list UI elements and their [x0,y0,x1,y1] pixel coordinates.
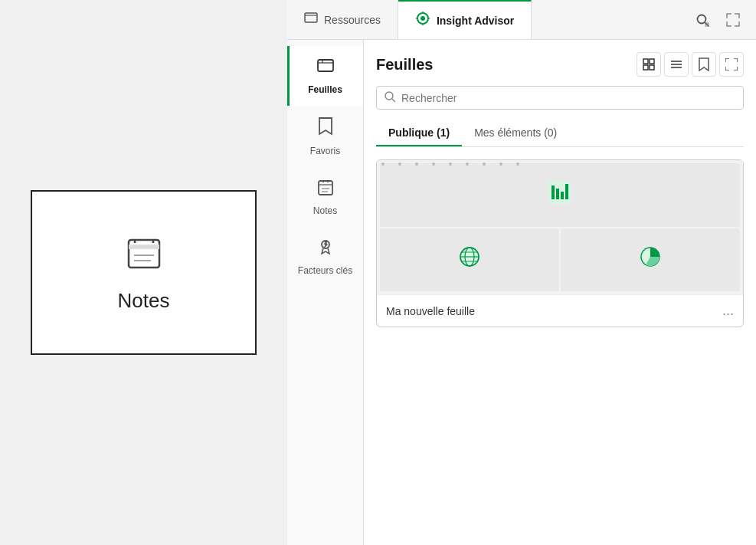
sheet-name: Ma nouvelle feuille [386,305,475,317]
svg-rect-0 [129,240,159,268]
search-input[interactable] [401,92,735,104]
expand-tab-button[interactable] [719,6,747,34]
svg-rect-17 [318,60,333,71]
svg-rect-40 [556,189,559,199]
favoris-icon [317,117,334,141]
tabs-bar: Ressources Insight Advisor [287,0,756,40]
thumb-top [380,163,740,227]
svg-rect-32 [650,65,654,70]
sidebar-notes-label: Notes [313,205,337,216]
ruler-dot [499,163,502,166]
pie-chart-icon [639,245,662,274]
ruler-dot [466,163,469,166]
ressources-icon [304,11,318,28]
thumb-bottom-left [380,228,559,292]
notes-card-label: Notes [118,289,170,313]
sheet-thumbnail [377,160,743,294]
thumb-bottom [380,228,740,292]
ruler-dot [483,163,486,166]
tab-insight-advisor-label: Insight Advisor [437,15,514,27]
insight-advisor-icon [415,11,430,30]
sheet-more-button[interactable]: ... [722,303,734,319]
svg-point-14 [698,15,706,23]
svg-rect-41 [561,192,564,199]
tab-right-icons [689,0,756,39]
search-icon [385,91,395,104]
notes-icon [316,178,335,201]
notes-card-icon [124,232,164,278]
sheet-card[interactable]: Ma nouvelle feuille ... [376,159,744,327]
svg-rect-20 [319,181,332,195]
sidebar-favoris-label: Favoris [310,146,340,156]
search-box[interactable] [376,86,744,110]
ruler-dot [415,163,418,166]
svg-rect-31 [643,65,648,70]
ruler-line [377,160,743,168]
sidebar-item-facteurs[interactable]: Facteurs clés [287,227,363,287]
ruler-dot [381,163,385,166]
bookmark-panel-button[interactable] [692,52,716,77]
tab-ressources-label: Ressources [324,14,381,26]
svg-line-37 [392,99,395,102]
search-tab-button[interactable] [689,6,716,34]
sidebar-item-notes[interactable]: Notes [287,167,363,227]
panel-header: Feuilles [376,52,744,77]
list-view-button[interactable] [664,52,689,77]
ruler-dot [432,163,435,166]
panel-title: Feuilles [376,56,433,74]
sheet-footer: Ma nouvelle feuille ... [377,294,743,327]
panel-header-icons [637,52,744,77]
svg-point-9 [421,16,425,21]
sidebar-nav: Feuilles Favoris [287,40,364,545]
sub-tab-publique[interactable]: Publique (1) [376,120,462,146]
sidebar-facteurs-label: Facteurs clés [298,265,352,276]
left-area: Notes [0,0,287,545]
sub-tabs: Publique (1) Mes éléments (0) [376,120,744,147]
ruler-dot [516,163,519,166]
grid-chart-icon [547,179,573,211]
sidebar-item-feuilles[interactable]: Feuilles [287,46,363,106]
thumb-bottom-right [561,228,740,292]
svg-point-36 [385,92,393,100]
sub-tab-mes-elements[interactable]: Mes éléments (0) [462,120,569,146]
sidebar-item-favoris[interactable]: Favoris [287,106,363,167]
feuilles-icon [316,57,335,80]
tab-ressources[interactable]: Ressources [287,0,398,39]
grid-view-button[interactable] [637,52,661,77]
main-content: Feuilles Favoris [287,40,756,545]
svg-rect-29 [643,59,648,64]
svg-rect-1 [129,245,159,249]
content-panel: Feuilles [364,40,756,545]
right-panel: Ressources Insight Advisor [287,0,756,545]
ruler-dot [449,163,452,166]
ruler-dot [398,163,401,166]
globe-icon [458,245,481,274]
svg-rect-30 [650,59,654,64]
expand-panel-button[interactable] [719,52,744,77]
svg-rect-39 [551,185,555,199]
svg-rect-6 [305,13,317,22]
tab-insight-advisor[interactable]: Insight Advisor [398,0,532,39]
svg-rect-42 [565,184,568,199]
sidebar-feuilles-label: Feuilles [308,84,342,95]
facteurs-icon [316,238,335,261]
notes-card[interactable]: Notes [31,190,257,355]
